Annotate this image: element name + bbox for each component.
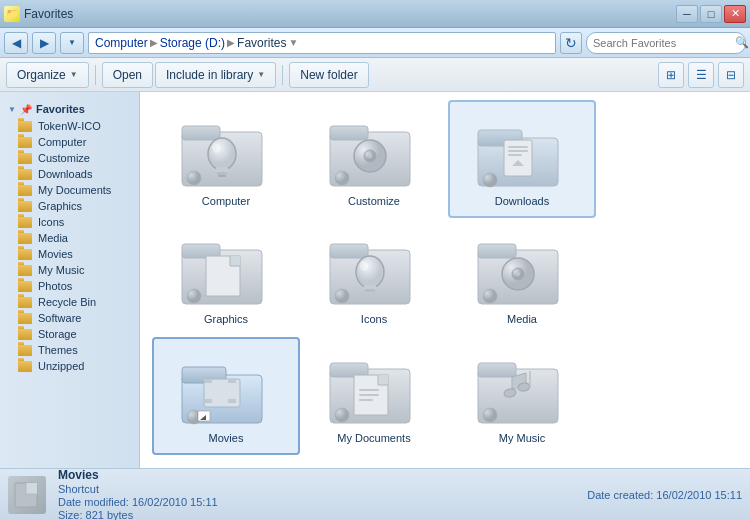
folder-icon-storage bbox=[18, 329, 32, 340]
svg-rect-32 bbox=[364, 285, 376, 289]
folder-svg-software bbox=[474, 465, 570, 468]
folder-item-recyclebin[interactable]: Recycle Bin bbox=[300, 455, 448, 468]
folder-icon-mydocuments bbox=[18, 185, 32, 196]
status-filetype: Shortcut bbox=[58, 483, 218, 495]
sidebar-item-recyclebin[interactable]: Recycle Bin bbox=[0, 294, 139, 310]
folder-svg-movies bbox=[178, 347, 274, 427]
sidebar-item-software[interactable]: Software bbox=[0, 310, 139, 326]
folder-icon-computer bbox=[18, 137, 32, 148]
svg-point-31 bbox=[356, 256, 384, 288]
search-box[interactable]: 🔍 bbox=[586, 32, 746, 54]
close-button[interactable]: ✕ bbox=[724, 5, 746, 23]
svg-rect-59 bbox=[359, 394, 379, 396]
include-library-button[interactable]: Include in library ▼ bbox=[155, 62, 276, 88]
new-folder-button[interactable]: New folder bbox=[289, 62, 368, 88]
view-details-button[interactable]: ☰ bbox=[688, 62, 714, 88]
folder-item-icons[interactable]: Icons bbox=[300, 218, 448, 336]
title-bar-left: 📁 Favorites bbox=[4, 6, 73, 22]
organize-button[interactable]: Organize ▼ bbox=[6, 62, 89, 88]
sidebar-item-storage-label: Storage bbox=[38, 328, 77, 340]
folder-item-customize[interactable]: Customize bbox=[300, 100, 448, 218]
sidebar-item-graphics[interactable]: Graphics bbox=[0, 198, 139, 214]
folder-icon-recyclebin bbox=[18, 297, 32, 308]
sidebar-item-unzipped[interactable]: Unzipped bbox=[0, 358, 139, 374]
include-library-label: Include in library bbox=[166, 68, 253, 82]
sidebar: ▼ 📌 Favorites TokenW-ICO Computer Custom… bbox=[0, 92, 140, 468]
view-large-icons-button[interactable]: ⊞ bbox=[658, 62, 684, 88]
sidebar-item-customize[interactable]: Customize bbox=[0, 150, 139, 166]
toolbar-separator-1 bbox=[95, 65, 96, 85]
folder-svg-media bbox=[474, 228, 570, 308]
sidebar-item-tokenw-label: TokenW-ICO bbox=[38, 120, 101, 132]
status-size-value: 821 bytes bbox=[86, 509, 134, 520]
path-computer[interactable]: Computer bbox=[95, 36, 148, 50]
folder-item-mydocuments[interactable]: My Documents bbox=[300, 337, 448, 455]
svg-rect-19 bbox=[508, 154, 522, 156]
svg-rect-1 bbox=[182, 126, 220, 140]
svg-point-61 bbox=[335, 408, 349, 422]
svg-point-21 bbox=[483, 173, 497, 187]
svg-rect-48 bbox=[228, 399, 236, 403]
address-path[interactable]: Computer ▶ Storage (D:) ▶ Favorites ▼ bbox=[88, 32, 556, 54]
maximize-button[interactable]: □ bbox=[700, 5, 722, 23]
folder-label-mydocuments: My Documents bbox=[337, 431, 410, 445]
sidebar-item-mydocuments-label: My Documents bbox=[38, 184, 111, 196]
path-storage[interactable]: Storage (D:) bbox=[160, 36, 225, 50]
svg-point-35 bbox=[335, 289, 349, 303]
svg-point-12 bbox=[368, 154, 372, 158]
address-bar: ◀ ▶ ▼ Computer ▶ Storage (D:) ▶ Favorite… bbox=[0, 28, 750, 58]
folder-label-mymusic: My Music bbox=[499, 431, 545, 445]
status-size-label: Size: bbox=[58, 509, 82, 520]
folder-svg-customize bbox=[326, 110, 422, 190]
folder-item-photos[interactable]: Photos bbox=[152, 455, 300, 468]
status-bar: Movies Shortcut Date modified: 16/02/201… bbox=[0, 468, 750, 520]
refresh-button[interactable]: ↻ bbox=[560, 32, 582, 54]
folder-item-computer[interactable]: Computer bbox=[152, 100, 300, 218]
status-date-created-col: Date created: 16/02/2010 15:11 bbox=[587, 489, 742, 501]
folder-item-downloads[interactable]: Downloads bbox=[448, 100, 596, 218]
sidebar-triangle-icon: ▼ bbox=[8, 105, 16, 114]
folder-label-media: Media bbox=[507, 312, 537, 326]
sidebar-item-computer-label: Computer bbox=[38, 136, 86, 148]
folder-item-movies[interactable]: Movies bbox=[152, 337, 300, 455]
recent-button[interactable]: ▼ bbox=[60, 32, 84, 54]
folder-item-media[interactable]: Media bbox=[448, 218, 596, 336]
sidebar-item-icons[interactable]: Icons bbox=[0, 214, 139, 230]
folder-label-graphics: Graphics bbox=[204, 312, 248, 326]
folder-svg-graphics bbox=[178, 228, 274, 308]
folder-item-mymusic[interactable]: My Music bbox=[448, 337, 596, 455]
sidebar-item-unzipped-label: Unzipped bbox=[38, 360, 84, 372]
status-details: Movies Shortcut Date modified: 16/02/201… bbox=[58, 468, 218, 520]
sidebar-item-photos-label: Photos bbox=[38, 280, 72, 292]
sidebar-favorites-header: ▼ 📌 Favorites bbox=[0, 100, 139, 118]
minimize-button[interactable]: ─ bbox=[676, 5, 698, 23]
sidebar-item-mymusic[interactable]: My Music bbox=[0, 262, 139, 278]
back-button[interactable]: ◀ bbox=[4, 32, 28, 54]
sidebar-item-downloads[interactable]: Downloads bbox=[0, 166, 139, 182]
folder-item-software[interactable]: Software bbox=[448, 455, 596, 468]
open-button[interactable]: Open bbox=[102, 62, 153, 88]
view-list-button[interactable]: ⊟ bbox=[718, 62, 744, 88]
sidebar-item-media[interactable]: Media bbox=[0, 230, 139, 246]
search-input[interactable] bbox=[593, 37, 731, 49]
sidebar-item-mydocuments[interactable]: My Documents bbox=[0, 182, 139, 198]
svg-marker-25 bbox=[230, 256, 240, 266]
sidebar-item-media-label: Media bbox=[38, 232, 68, 244]
sidebar-item-photos[interactable]: Photos bbox=[0, 278, 139, 294]
folder-item-graphics[interactable]: Graphics bbox=[152, 218, 300, 336]
folder-svg-mydocuments bbox=[326, 347, 422, 427]
svg-rect-9 bbox=[330, 126, 368, 140]
sidebar-item-tokenw[interactable]: TokenW-ICO bbox=[0, 118, 139, 134]
folder-label-computer: Computer bbox=[202, 194, 250, 208]
sidebar-item-movies[interactable]: Movies bbox=[0, 246, 139, 262]
sidebar-header-label: Favorites bbox=[36, 103, 85, 115]
sidebar-item-graphics-label: Graphics bbox=[38, 200, 82, 212]
include-library-dropdown-arrow: ▼ bbox=[257, 70, 265, 79]
status-date-created-value: 16/02/2010 15:11 bbox=[656, 489, 742, 501]
sidebar-item-storage[interactable]: Storage bbox=[0, 326, 139, 342]
forward-button[interactable]: ▶ bbox=[32, 32, 56, 54]
sidebar-item-computer[interactable]: Computer bbox=[0, 134, 139, 150]
status-modified-value: 16/02/2010 15:11 bbox=[132, 496, 218, 508]
svg-rect-33 bbox=[365, 289, 375, 292]
sidebar-item-themes[interactable]: Themes bbox=[0, 342, 139, 358]
